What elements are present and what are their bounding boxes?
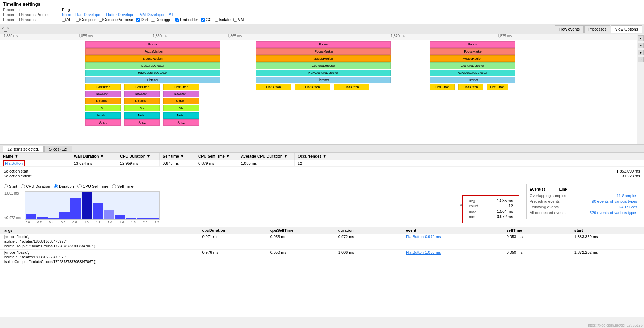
radio-start[interactable]: Start bbox=[4, 184, 17, 188]
event-row-1-value[interactable]: 90 events of various types bbox=[592, 199, 637, 203]
flame-flatbutton-3a[interactable]: FlatButton bbox=[430, 84, 455, 90]
flame-focusmarker-1[interactable]: _FocusMarker bbox=[85, 48, 220, 55]
bottom-row-1-event[interactable]: FlatButton 1.006 ms bbox=[405, 250, 505, 264]
th-self-time[interactable]: Self time ▼ bbox=[160, 153, 195, 160]
scroll-plus-btn[interactable]: + bbox=[638, 43, 644, 48]
flow-events-button[interactable]: Flow events bbox=[555, 25, 584, 33]
cb-vm[interactable]: VM bbox=[233, 17, 244, 22]
histogram-bars[interactable] bbox=[25, 191, 160, 220]
th-name[interactable]: Name ▼ bbox=[0, 153, 71, 160]
flame-notific-1a[interactable]: Notific... bbox=[85, 112, 121, 119]
flame-mouseregion-2[interactable]: MouseRegion bbox=[256, 55, 391, 62]
cb-isolate[interactable]: Isolate bbox=[215, 17, 231, 22]
event-row-0-value[interactable]: 11 Samples bbox=[617, 193, 637, 198]
th-wall-duration[interactable]: Wall Duration ▼ bbox=[71, 153, 117, 160]
radio-self-time[interactable]: Self Time bbox=[112, 184, 134, 188]
bottom-row-0-args: [{mode: "basic", isolateId: "isolates/18… bbox=[3, 235, 201, 248]
flame-rawgesturedetector-1[interactable]: RawGestureDetector bbox=[85, 70, 220, 76]
flame-focusmarker-3[interactable]: _FocusMarker bbox=[430, 48, 515, 55]
flame-focus-1[interactable]: Focus bbox=[85, 41, 220, 48]
radio-cpu-self-time[interactable]: CPU Self Time bbox=[77, 184, 108, 188]
flame-flatbutton-2a[interactable]: FlatButton bbox=[256, 84, 291, 90]
flame-noti-1c[interactable]: Noti... bbox=[163, 112, 199, 119]
flame-flatbutton-1b[interactable]: FlatButton bbox=[124, 84, 160, 90]
events-panel: Event(s) Link Overlapping samples 11 Sam… bbox=[526, 184, 640, 219]
cb-embedder[interactable]: Embedder bbox=[175, 17, 198, 22]
flame-listener-3[interactable]: Listener bbox=[430, 77, 515, 83]
cb-compiler[interactable]: Compiler bbox=[76, 17, 96, 22]
bottom-panel: 12 items selected. Slices (12) Name ▼ Wa… bbox=[0, 145, 644, 317]
flame-sh-1b[interactable]: _Sh... bbox=[124, 105, 160, 111]
flame-material-1a[interactable]: Material... bbox=[85, 98, 121, 104]
flame-listener-1[interactable]: Listener bbox=[85, 77, 220, 83]
scroll-up-btn[interactable]: ▲ bbox=[638, 35, 644, 41]
th-avg-cpu[interactable]: Average CPU Duration ▼ bbox=[238, 153, 295, 160]
flame-material-1b[interactable]: Material... bbox=[124, 98, 160, 104]
cb-debugger[interactable]: Debugger bbox=[151, 17, 173, 22]
flame-graph[interactable]: Focus _FocusMarker MouseRegion GestureDe… bbox=[0, 40, 637, 144]
cb-compilerverbose[interactable]: CompilerVerbose bbox=[99, 17, 133, 22]
view-options-button[interactable]: View Options bbox=[611, 25, 642, 33]
nav-icon[interactable]: ^_^ bbox=[2, 26, 9, 32]
bar-9 bbox=[126, 218, 136, 219]
scroll-horiz-btn[interactable]: ↔ bbox=[638, 57, 644, 62]
td-self-time: 0.878 ms bbox=[160, 160, 195, 166]
flame-flatbutton-3c[interactable]: FlatButton bbox=[487, 84, 508, 90]
flame-rawmat-1a[interactable]: RawMat... bbox=[85, 91, 121, 97]
profile-all[interactable]: All bbox=[169, 12, 173, 17]
flame-ani-1b[interactable]: Ani... bbox=[124, 119, 160, 126]
profile-none[interactable]: None bbox=[62, 12, 71, 17]
tab-selected[interactable]: 12 items selected. bbox=[3, 146, 44, 152]
flame-rawmat-1c[interactable]: RawMat... bbox=[163, 91, 199, 97]
scroll-down-btn[interactable]: ▼ bbox=[638, 50, 644, 55]
flame-ani-1c[interactable]: Ani... bbox=[163, 119, 199, 126]
flame-noti-1b[interactable]: Noti... bbox=[124, 112, 160, 119]
event-row-2-value[interactable]: 240 Slices bbox=[619, 205, 637, 209]
bottom-data-section: args cpuDuration cpuSelfTime duration ev… bbox=[0, 227, 644, 265]
flame-rawmat-1b[interactable]: RawMat... bbox=[124, 91, 160, 97]
bar-5 bbox=[82, 192, 92, 219]
profile-vm-dev[interactable]: VM Developer bbox=[140, 12, 165, 17]
flatbutton-link[interactable]: FlatButton bbox=[3, 160, 25, 166]
profile-dart-dev[interactable]: Dart Developer bbox=[75, 12, 102, 17]
flame-focus-2[interactable]: Focus bbox=[256, 41, 391, 48]
flame-ani-1a[interactable]: Ani... bbox=[85, 119, 121, 126]
flame-focus-3[interactable]: Focus bbox=[430, 41, 515, 48]
processes-button[interactable]: Processes bbox=[584, 25, 610, 33]
radio-cpu-duration[interactable]: CPU Duration bbox=[21, 184, 50, 188]
col-selftime: selfTime bbox=[505, 228, 573, 233]
cb-api[interactable]: API bbox=[62, 17, 73, 22]
th-cpu-self-time[interactable]: CPU Self Time ▼ bbox=[195, 153, 238, 160]
flame-flatbutton-3b[interactable]: FlatButton bbox=[458, 84, 483, 90]
th-occurrences[interactable]: Occurrences ▼ bbox=[295, 153, 334, 160]
flame-flatbutton-2c[interactable]: FlatButton bbox=[334, 84, 369, 90]
flame-sh-1a[interactable]: _Sh... bbox=[85, 105, 121, 111]
flame-flatbutton-2b[interactable]: FlatButton bbox=[295, 84, 330, 90]
radio-duration[interactable]: Duration bbox=[54, 184, 74, 188]
flame-focusmarker-2[interactable]: _FocusMarker bbox=[256, 48, 391, 55]
hash-label: # bbox=[460, 202, 462, 207]
flame-sh-1c[interactable]: _Sh... bbox=[163, 105, 199, 111]
flame-rawgesturedetector-3[interactable]: RawGestureDetector bbox=[430, 70, 515, 76]
flame-material-1c[interactable]: Mater... bbox=[163, 98, 199, 104]
flame-gesturedetector-3[interactable]: GestureDetector bbox=[430, 62, 515, 69]
stats-max-label: max bbox=[469, 209, 476, 213]
col-cpuduration: cpuDuration bbox=[201, 228, 269, 233]
cb-dart[interactable]: Dart bbox=[136, 17, 148, 22]
event-row-3-value[interactable]: 529 events of various types bbox=[590, 211, 637, 215]
flame-mouseregion-1[interactable]: MouseRegion bbox=[85, 55, 220, 62]
table-row-flatbutton[interactable]: FlatButton 13.024 ms 12.959 ms 0.878 ms … bbox=[0, 160, 644, 167]
flame-gesturedetector-1[interactable]: GestureDetector bbox=[85, 62, 220, 69]
tab-slices[interactable]: Slices (12) bbox=[44, 146, 72, 152]
flame-rawgesturedetector-2[interactable]: RawGestureDetector bbox=[256, 70, 391, 76]
td-name[interactable]: FlatButton bbox=[0, 160, 71, 166]
flame-mouseregion-3[interactable]: MouseRegion bbox=[430, 55, 515, 62]
flame-flatbutton-1c[interactable]: FlatButton bbox=[163, 84, 199, 90]
th-cpu-duration[interactable]: CPU Duration ▼ bbox=[117, 153, 160, 160]
flame-gesturedetector-2[interactable]: GestureDetector bbox=[256, 62, 391, 69]
flame-flatbutton-1a[interactable]: FlatButton bbox=[85, 84, 121, 90]
flame-listener-2[interactable]: Listener bbox=[256, 77, 391, 83]
cb-gc[interactable]: GC bbox=[201, 17, 212, 22]
profile-flutter-dev[interactable]: Flutter Developer bbox=[106, 12, 136, 17]
bottom-row-0-event[interactable]: FlatButton 0.972 ms bbox=[405, 235, 505, 248]
